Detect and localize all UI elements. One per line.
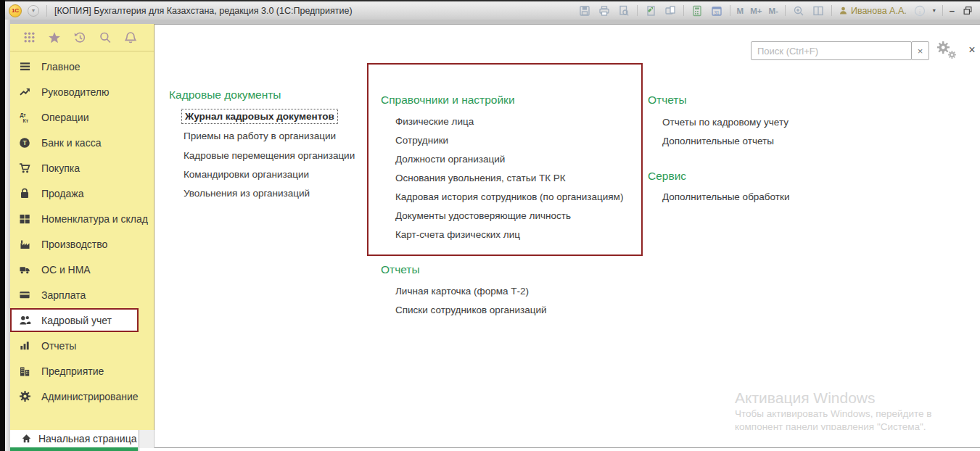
- split-window-icon[interactable]: [812, 4, 825, 17]
- open-windows-bar: Начальная страница: [5, 430, 980, 451]
- trend-arrow-icon: [17, 86, 32, 99]
- link-priemy-na-rabotu[interactable]: Приемы на работу в организации: [184, 131, 336, 141]
- search-input[interactable]: [751, 41, 912, 60]
- tab-strip-gap: [139, 430, 155, 448]
- window-title: [КОПИЯ] Бухгалтерия для Казахстана, реда…: [54, 6, 353, 16]
- window-frame-left: [5, 20, 10, 451]
- windows-activation-watermark: Активация Windows Чтобы активировать Win…: [735, 389, 931, 434]
- watermark-title: Активация Windows: [735, 389, 931, 407]
- section-title-kadrovye-dokumenty: Кадровые документы: [169, 88, 281, 102]
- section-title-servis: Сервис: [648, 170, 686, 183]
- link-otchety-po-kadrovomu-uchetu[interactable]: Отчеты по кадровому учету: [662, 117, 788, 128]
- gear-icon: [17, 390, 32, 403]
- titlebar-separator: [683, 5, 684, 16]
- memory-m-minus-button[interactable]: M-: [768, 7, 778, 15]
- sidebar-item-glavnoe[interactable]: Главное: [10, 54, 154, 79]
- info-icon[interactable]: i: [913, 4, 926, 17]
- app-logo-1c-icon: 1С: [9, 4, 22, 17]
- sidebar-item-predpriyatie[interactable]: Предприятие: [10, 358, 154, 384]
- home-icon: [21, 434, 32, 444]
- restore-window-button[interactable]: [961, 4, 974, 17]
- load-file-icon[interactable]: [644, 4, 657, 17]
- svg-text:i: i: [918, 7, 921, 15]
- bag-icon: [17, 187, 32, 200]
- highlight-box-spravochniki: [367, 63, 643, 256]
- link-lichnaya-kartochka[interactable]: Личная карточка (форма Т-2): [395, 286, 529, 297]
- screen-left-edge: [0, 0, 5, 451]
- titlebar-separator: [46, 5, 47, 17]
- link-zhurnal-kadrovyh-dokumentov[interactable]: Журнал кадровых документов: [181, 109, 338, 124]
- tab-home-page[interactable]: Начальная страница: [10, 430, 138, 451]
- svg-text:Т: Т: [22, 139, 27, 146]
- history-clock-icon[interactable]: [73, 30, 87, 45]
- link-spiski-sotrudnikov[interactable]: Списки сотрудников организаций: [395, 305, 547, 315]
- link-komandirovki[interactable]: Командировки организации: [184, 169, 309, 180]
- sections-panel: Главное Руководителю ДтКт Операции Т Бан…: [10, 24, 155, 430]
- sidebar-item-prodazha[interactable]: Продажа: [10, 181, 154, 206]
- link-uvolneniya[interactable]: Увольнения из организаций: [184, 188, 310, 199]
- boxes-icon: [17, 212, 32, 226]
- sidebar-menu: Главное Руководителю ДтКт Операции Т Бан…: [10, 51, 154, 409]
- people-icon: [17, 314, 32, 327]
- sidebar-item-nomenklatura[interactable]: Номенклатура и склад: [10, 206, 154, 231]
- close-panel-button[interactable]: ×: [965, 43, 979, 57]
- titlebar-separator: [942, 5, 943, 16]
- print-document-icon[interactable]: [664, 4, 677, 17]
- titlebar-separator: [637, 5, 638, 16]
- cart-icon: [17, 162, 32, 175]
- section-title-otchety-right: Отчеты: [648, 94, 687, 107]
- zoom-in-icon[interactable]: [792, 4, 805, 17]
- sidebar-item-proizvodstvo[interactable]: Производство: [10, 231, 154, 257]
- window-frame-strip: [5, 20, 980, 24]
- memory-m-button[interactable]: M: [737, 7, 744, 15]
- sidebar-item-pokupka[interactable]: Покупка: [10, 155, 154, 181]
- window-titlebar: 1С ▼ [КОПИЯ] Бухгалтерия для Казахстана,…: [0, 0, 980, 20]
- calendar-icon[interactable]: 31: [710, 4, 723, 17]
- svg-text:Кт: Кт: [22, 118, 28, 123]
- save-icon[interactable]: [578, 4, 591, 17]
- calculator-icon[interactable]: [691, 4, 704, 17]
- sidebar-item-administrirovanie[interactable]: Администрирование: [10, 384, 154, 409]
- titlebar-separator: [785, 5, 786, 16]
- apps-grid-icon[interactable]: [22, 30, 36, 45]
- tenge-coin-icon: Т: [17, 136, 32, 149]
- user-name: Иванова А.А.: [851, 6, 907, 16]
- print-icon[interactable]: [598, 4, 611, 17]
- print-preview-icon[interactable]: [617, 4, 630, 17]
- watermark-line1: Чтобы активировать Windows, перейдите в: [735, 407, 931, 421]
- sidebar-item-operacii[interactable]: ДтКт Операции: [10, 104, 154, 130]
- svg-text:Дт: Дт: [20, 112, 26, 118]
- section-panel-kadrovyj-uchet: × × Кадровые документы Журнал кадровых д…: [155, 24, 980, 447]
- user-icon: [839, 6, 848, 15]
- main-menu-button[interactable]: ▼: [28, 5, 39, 17]
- search-clear-button[interactable]: ×: [911, 41, 929, 60]
- titlebar-separator: [730, 5, 730, 16]
- titlebar-toolbar: 31 M M+ M- Иванова А.А. i ▾ –: [578, 4, 974, 17]
- home-tab-label: Начальная страница: [38, 433, 136, 444]
- settings-gears-icon[interactable]: [936, 41, 960, 61]
- sidebar-item-os-i-nma[interactable]: ОС и НМА: [10, 257, 154, 282]
- sidebar-item-bank-i-kassa[interactable]: Т Банк и касса: [10, 130, 154, 155]
- sidebar-item-rukovoditelyu[interactable]: Руководителю: [10, 79, 154, 104]
- titlebar-separator: [831, 5, 832, 16]
- link-dopolnitelnye-obrabotki[interactable]: Дополнительные обработки: [662, 191, 789, 202]
- sidebar-item-zarplata[interactable]: Зарплата: [10, 282, 154, 307]
- chevron-down-icon[interactable]: ▾: [933, 7, 936, 14]
- link-dopolnitelnye-otchety[interactable]: Дополнительные отчеты: [662, 136, 774, 146]
- sidebar-item-kadrovyj-uchet[interactable]: Кадровый учет: [10, 308, 139, 332]
- card-icon: [17, 289, 32, 302]
- truck-icon: [17, 263, 32, 276]
- sidebar-item-otchety[interactable]: Отчеты: [10, 333, 154, 358]
- memory-m-plus-button[interactable]: M+: [750, 7, 762, 15]
- favorites-star-icon[interactable]: [47, 30, 62, 45]
- sidebar-toolbar: [10, 24, 154, 51]
- building-icon: [17, 365, 32, 378]
- debit-credit-icon: ДтКт: [17, 111, 32, 124]
- section-title-otchety-center: Отчеты: [381, 263, 420, 276]
- notifications-bell-icon[interactable]: [123, 30, 138, 45]
- current-user-button[interactable]: Иванова А.А.: [839, 6, 907, 16]
- link-kadrovye-peremeshcheniya[interactable]: Кадровые перемещения организации: [184, 150, 355, 161]
- search-magnifier-icon[interactable]: [98, 30, 112, 45]
- svg-text:31: 31: [714, 9, 720, 15]
- minimize-button[interactable]: –: [950, 7, 955, 15]
